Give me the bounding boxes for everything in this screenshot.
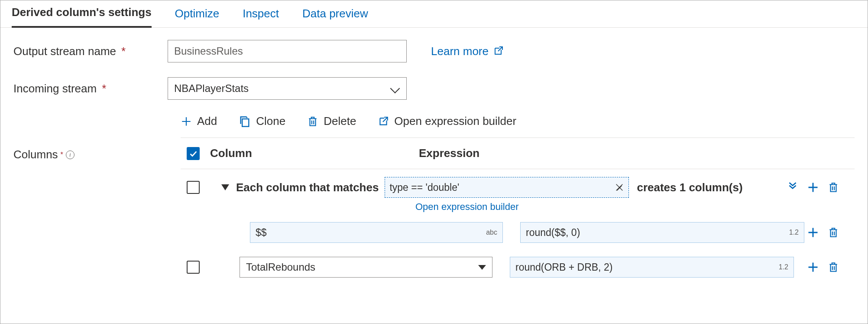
required-mark: * bbox=[121, 45, 126, 58]
external-link-icon bbox=[493, 46, 503, 56]
delete-label: Delete bbox=[324, 115, 356, 128]
clone-label: Clone bbox=[256, 115, 285, 128]
type-hint-abc: abc bbox=[486, 229, 497, 236]
pattern-row: Each column that matches type == 'double… bbox=[181, 169, 855, 201]
checkmark-icon bbox=[188, 149, 198, 158]
expression-icon bbox=[615, 183, 624, 192]
chevron-down-icon bbox=[392, 86, 400, 91]
row-expression-input[interactable]: round(ORB + DRB, 2) 1.2 bbox=[510, 257, 794, 278]
header-expression: Expression bbox=[419, 147, 479, 160]
row-checkbox[interactable] bbox=[187, 261, 200, 274]
pattern-subrow-expression-value: round($$, 0) bbox=[526, 227, 580, 239]
open-expression-builder-link[interactable]: Open expression builder bbox=[415, 201, 855, 213]
double-chevron-icon[interactable] bbox=[787, 182, 798, 193]
column-row: TotalRebounds round(ORB + DRB, 2) 1.2 bbox=[181, 246, 855, 278]
type-hint-num: 1.2 bbox=[779, 263, 788, 271]
required-mark: * bbox=[102, 82, 106, 95]
row-actions bbox=[807, 226, 855, 239]
expand-caret-icon[interactable] bbox=[221, 184, 229, 190]
learn-more-link[interactable]: Learn more bbox=[431, 45, 503, 58]
pattern-subrow: $$ abc round($$, 0) 1.2 bbox=[181, 219, 855, 246]
incoming-stream-select[interactable]: NBAPlayerStats bbox=[168, 77, 407, 100]
svg-rect-0 bbox=[242, 119, 249, 127]
add-label: Add bbox=[197, 115, 217, 128]
select-all-checkbox[interactable] bbox=[187, 147, 200, 160]
info-icon[interactable]: i bbox=[66, 151, 74, 159]
type-hint-num: 1.2 bbox=[789, 229, 799, 236]
columns-table: Column Expression Each column that match… bbox=[181, 137, 855, 278]
header-column: Column bbox=[210, 147, 419, 160]
column-name-value: TotalRebounds bbox=[246, 261, 315, 273]
label-incoming-stream: Incoming stream * bbox=[13, 82, 168, 95]
pattern-expression-input[interactable]: type == 'double' bbox=[385, 177, 629, 198]
row-incoming-stream: Incoming stream * NBAPlayerStats bbox=[13, 77, 855, 100]
table-header: Column Expression bbox=[181, 138, 855, 169]
tab-data-preview[interactable]: Data preview bbox=[302, 2, 368, 27]
plus-icon[interactable] bbox=[807, 261, 819, 273]
pattern-column-name-value: $$ bbox=[256, 227, 267, 239]
row-actions bbox=[807, 261, 855, 273]
plus-icon bbox=[181, 116, 192, 127]
row-expression-value: round(ORB + DRB, 2) bbox=[515, 262, 612, 273]
open-builder-label: Open expression builder bbox=[394, 115, 516, 128]
delete-button[interactable]: Delete bbox=[307, 115, 356, 128]
label-columns: Columns * i bbox=[13, 148, 74, 161]
pattern-expression-value: type == 'double' bbox=[389, 182, 459, 193]
label-output-stream: Output stream name * bbox=[13, 45, 168, 58]
clone-button[interactable]: Clone bbox=[239, 115, 285, 128]
trash-icon[interactable] bbox=[828, 181, 839, 193]
required-mark: * bbox=[61, 151, 63, 159]
row-output-stream: Output stream name * Learn more bbox=[13, 40, 855, 62]
pattern-suffix: creates 1 column(s) bbox=[637, 181, 742, 194]
incoming-stream-value: NBAPlayerStats bbox=[174, 82, 249, 95]
row-checkbox[interactable] bbox=[187, 181, 200, 194]
tab-inspect[interactable]: Inspect bbox=[243, 2, 279, 27]
output-stream-input[interactable] bbox=[168, 40, 407, 62]
learn-more-text: Learn more bbox=[431, 45, 489, 58]
tab-optimize[interactable]: Optimize bbox=[175, 2, 220, 27]
trash-icon[interactable] bbox=[828, 261, 839, 273]
copy-icon bbox=[239, 115, 251, 128]
add-button[interactable]: Add bbox=[181, 115, 217, 128]
trash-icon bbox=[307, 115, 318, 128]
pattern-prefix: Each column that matches bbox=[236, 181, 379, 194]
form-area: Output stream name * Learn more Incoming… bbox=[0, 28, 868, 278]
label-incoming-stream-text: Incoming stream bbox=[13, 82, 97, 95]
column-name-select[interactable]: TotalRebounds bbox=[240, 257, 492, 278]
plus-icon[interactable] bbox=[807, 181, 819, 193]
label-columns-text: Columns bbox=[13, 148, 58, 161]
trash-icon[interactable] bbox=[828, 226, 839, 239]
external-link-icon bbox=[378, 116, 389, 127]
row-actions bbox=[787, 181, 855, 193]
plus-icon[interactable] bbox=[807, 226, 819, 239]
tab-settings[interactable]: Derived column's settings bbox=[12, 0, 152, 28]
label-output-stream-text: Output stream name bbox=[13, 45, 116, 58]
columns-toolbar: Add Clone Delete Open expression builder bbox=[181, 115, 855, 128]
pattern-subrow-expression-input[interactable]: round($$, 0) 1.2 bbox=[520, 222, 804, 243]
caret-down-icon bbox=[478, 265, 486, 270]
open-builder-button[interactable]: Open expression builder bbox=[378, 115, 516, 128]
pattern-column-name-input[interactable]: $$ abc bbox=[250, 222, 503, 243]
tabs-bar: Derived column's settings Optimize Inspe… bbox=[0, 0, 868, 28]
